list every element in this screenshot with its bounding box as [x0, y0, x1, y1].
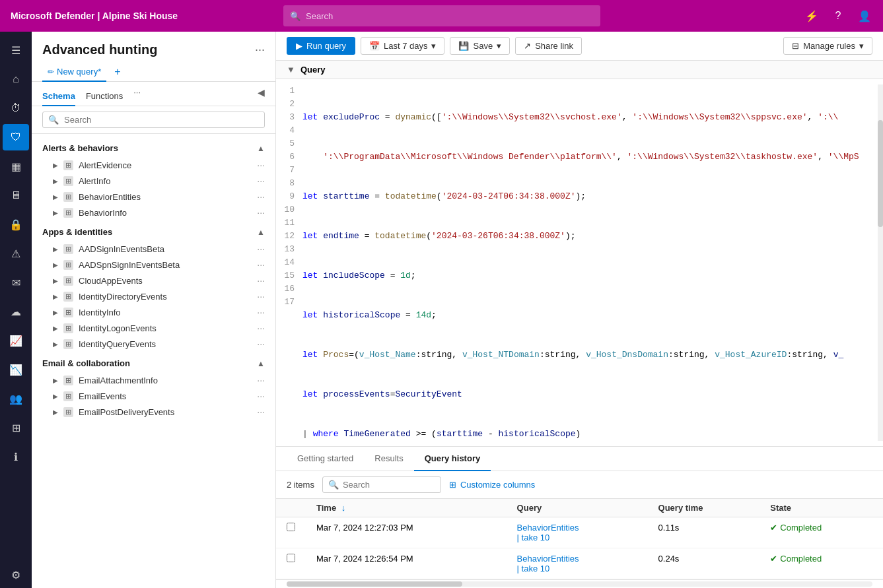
schema-panel: Advanced hunting ··· ✏ New query* + Sche… [32, 32, 276, 588]
run-query-button[interactable]: ▶ Run query [287, 37, 355, 55]
save-button[interactable]: 💾 Save ▾ [450, 37, 510, 55]
section-alerts-behaviors-header[interactable]: Alerts & behaviors ▲ [32, 139, 275, 157]
horizontal-scrollbar-thumb[interactable] [287, 581, 462, 587]
dashboard-nav-icon[interactable]: ▦ [3, 153, 29, 180]
item-more-icon[interactable]: ··· [257, 176, 265, 186]
share-link-button[interactable]: ↗ Share link [515, 37, 582, 55]
global-search-input[interactable] [306, 11, 594, 21]
add-query-tab-button[interactable]: + [112, 63, 123, 81]
tab-functions[interactable]: Functions [86, 87, 123, 106]
edit-icon: ✏ [48, 67, 54, 77]
schema-collapse-icon[interactable]: ◀ [258, 87, 265, 106]
schema-item-identityquery[interactable]: ▶ ⊞ IdentityQueryEvents ··· [32, 336, 275, 352]
analytics-nav-icon[interactable]: 📈 [3, 327, 29, 354]
apps-nav-icon[interactable]: ⊞ [3, 414, 29, 441]
results-search-box[interactable]: 🔍 [322, 476, 441, 493]
item-more-icon[interactable]: ··· [257, 339, 265, 349]
item-more-icon[interactable]: ··· [257, 160, 265, 170]
schema-item-behaviorinfo[interactable]: ▶ ⊞ BehaviorInfo ··· [32, 205, 275, 220]
item-more-icon[interactable]: ··· [257, 391, 265, 401]
share-people-icon[interactable]: ⚡ [804, 8, 820, 24]
row2-query[interactable]: BehaviorEntities | take 10 [507, 548, 648, 579]
alert-nav-icon[interactable]: ⚠ [3, 240, 29, 267]
schema-item-identitylogon[interactable]: ▶ ⊞ IdentityLogonEvents ··· [32, 320, 275, 336]
table-icon: ⊞ [63, 292, 73, 302]
trend-nav-icon[interactable]: 📉 [3, 356, 29, 383]
item-more-icon[interactable]: ··· [257, 191, 265, 202]
schema-item-identitydirectory[interactable]: ▶ ⊞ IdentityDirectoryEvents ··· [32, 288, 275, 304]
mail-nav-icon[interactable]: ✉ [3, 269, 29, 296]
help-icon[interactable]: ? [830, 8, 846, 24]
customize-columns-button[interactable]: ⊞ Customize columns [449, 480, 535, 490]
item-more-icon[interactable]: ··· [257, 323, 265, 333]
query-vertical-scrollbar[interactable] [878, 84, 883, 441]
lock-nav-icon[interactable]: 🔒 [3, 211, 29, 238]
schema-item-cloudappevents[interactable]: ▶ ⊞ CloudAppEvents ··· [32, 273, 275, 288]
settings-nav-icon[interactable]: ⚙ [3, 562, 29, 588]
tab-getting-started[interactable]: Getting started [287, 447, 364, 471]
row1-query[interactable]: BehaviorEntities | take 10 [507, 517, 648, 548]
code-line-2: ':\\ProgramData\\Microsoft\\Windows Defe… [302, 150, 872, 164]
tab-results[interactable]: Results [364, 447, 413, 471]
query-editor[interactable]: 1 2 3 4 5 6 7 8 9 10 11 12 13 14 [276, 79, 883, 446]
manage-rules-button[interactable]: ⊟ Manage rules ▾ [783, 37, 872, 55]
cloud-nav-icon[interactable]: ☁ [3, 298, 29, 325]
schema-item-identityinfo[interactable]: ▶ ⊞ IdentityInfo ··· [32, 304, 275, 320]
users-nav-icon[interactable]: 👥 [3, 385, 29, 412]
schema-item-emailpostdelivery[interactable]: ▶ ⊞ EmailPostDeliveryEvents ··· [32, 404, 275, 420]
info-nav-icon[interactable]: ℹ [3, 443, 29, 470]
chevron-down-icon: ▾ [431, 41, 436, 51]
item-more-icon[interactable]: ··· [257, 407, 265, 417]
item-more-icon[interactable]: ··· [257, 375, 265, 385]
schema-item-alertevidence[interactable]: ▶ ⊞ AlertEvidence ··· [32, 157, 275, 173]
shield-nav-icon[interactable]: 🛡 [3, 124, 29, 150]
schema-item-aadsignin[interactable]: ▶ ⊞ AADSignInEventsBeta ··· [32, 241, 275, 257]
menu-toggle-icon[interactable]: ☰ [3, 37, 29, 63]
row1-checkbox[interactable] [287, 523, 295, 531]
section-email-collab-header[interactable]: Email & collaboration ▲ [32, 354, 275, 372]
schema-item-alertinfo[interactable]: ▶ ⊞ AlertInfo ··· [32, 173, 275, 189]
schema-search-box[interactable]: 🔍 [42, 112, 265, 128]
code-content[interactable]: let excludeProc = dynamic([':\\Windows\\… [302, 84, 878, 441]
th-time[interactable]: Time ↓ [306, 499, 507, 517]
horizontal-scrollbar[interactable] [287, 581, 872, 587]
horizontal-scrollbar-container[interactable] [276, 579, 883, 588]
section-apps-identities-header[interactable]: Apps & identities ▲ [32, 223, 275, 241]
tabs-more-icon[interactable]: ··· [133, 87, 141, 106]
query-section-collapse-icon[interactable]: ▼ [287, 65, 295, 75]
schema-item-emailattachment[interactable]: ▶ ⊞ EmailAttachmentInfo ··· [32, 372, 275, 388]
tab-query-history[interactable]: Query history [414, 447, 491, 471]
last7days-button[interactable]: 📅 Last 7 days ▾ [361, 37, 445, 55]
expand-icon: ▶ [53, 377, 58, 384]
item-more-icon[interactable]: ··· [257, 207, 265, 218]
state-label: Completed [780, 523, 822, 533]
th-query-time[interactable]: Query time [648, 499, 760, 517]
tab-schema[interactable]: Schema [42, 87, 75, 106]
row2-checkbox[interactable] [287, 554, 295, 562]
schema-search-input[interactable] [64, 115, 259, 125]
item-more-icon[interactable]: ··· [257, 291, 265, 302]
results-search-input[interactable] [343, 480, 435, 490]
item-more-icon[interactable]: ··· [257, 259, 265, 270]
more-options-icon[interactable]: ··· [255, 43, 265, 57]
history-nav-icon[interactable]: ⏱ [3, 95, 29, 121]
item-more-icon[interactable]: ··· [257, 275, 265, 286]
th-state[interactable]: State [759, 499, 883, 517]
user-icon[interactable]: 👤 [857, 8, 872, 24]
item-more-icon[interactable]: ··· [257, 307, 265, 317]
schema-item-emailevents[interactable]: ▶ ⊞ EmailEvents ··· [32, 388, 275, 404]
global-search-box[interactable]: 🔍 [283, 5, 600, 26]
section-alerts-collapse-icon: ▲ [257, 144, 265, 153]
query-scrollbar-thumb[interactable] [878, 120, 883, 227]
code-area[interactable]: 1 2 3 4 5 6 7 8 9 10 11 12 13 14 [276, 79, 883, 446]
row2-checkbox-cell[interactable] [276, 548, 306, 579]
row1-checkbox-cell[interactable] [276, 517, 306, 548]
th-query[interactable]: Query [507, 499, 648, 517]
devices-nav-icon[interactable]: 🖥 [3, 182, 29, 209]
schema-item-behaviorentities[interactable]: ▶ ⊞ BehaviorEntities ··· [32, 189, 275, 205]
schema-item-aadspnsignin[interactable]: ▶ ⊞ AADSpnSignInEventsBeta ··· [32, 257, 275, 273]
item-more-icon[interactable]: ··· [257, 244, 265, 254]
query-tab-new[interactable]: ✏ New query* [42, 63, 106, 82]
run-icon: ▶ [296, 41, 302, 51]
home-nav-icon[interactable]: ⌂ [3, 66, 29, 92]
